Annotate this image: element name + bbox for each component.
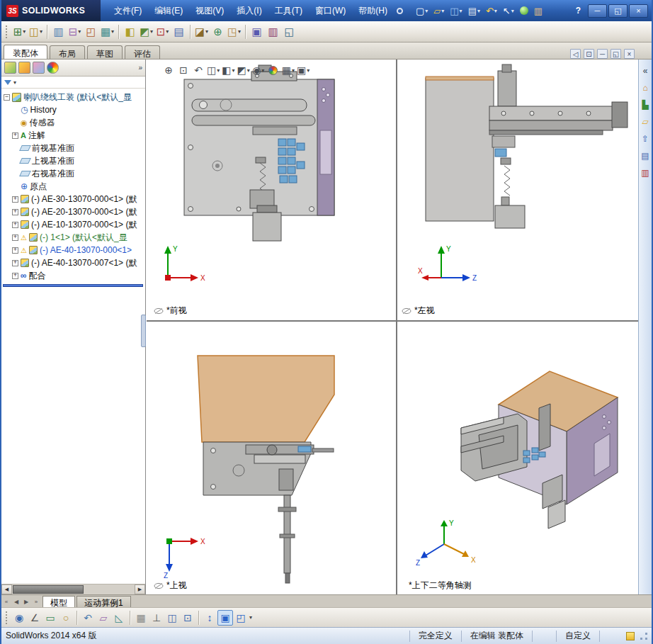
menu-edit[interactable]: 编辑(E): [148, 1, 189, 21]
viewport-horizontal-splitter[interactable]: [147, 320, 638, 322]
parallelogram-tool-button[interactable]: ▱: [96, 610, 111, 626]
motion-study-button[interactable]: ▤: [171, 23, 187, 40]
tab-evaluate[interactable]: 评估: [125, 45, 160, 59]
previous-tab-button[interactable]: ◀: [11, 596, 21, 607]
undo-button[interactable]: ↶▾: [483, 3, 500, 18]
reference-geometry-button[interactable]: ⊡▾: [154, 23, 171, 40]
doc-minimize-button[interactable]: ─: [597, 49, 608, 59]
hide-show-items-button[interactable]: ◉▾: [252, 63, 265, 77]
fit-height-button[interactable]: ↕: [202, 610, 217, 626]
mate-button[interactable]: ▥: [50, 23, 67, 40]
tree-item-root[interactable]: − 喇叭绕线工装 (默认<默认_显: [1, 91, 145, 103]
smart-fasteners-button[interactable]: ◰: [83, 23, 99, 40]
edit-appearance-button[interactable]: [267, 63, 280, 77]
tree-item-right-plane[interactable]: 右视基准面: [1, 167, 145, 180]
tree-item-ae-40-13070-007[interactable]: + (-) AE-40-13070-007<1> (默: [1, 256, 145, 269]
graphics-area[interactable]: ⊕ ⊡ ↶ ◫▾ ◧▾ ◩▾ ◉▾ ▦▾ ▣▾: [147, 60, 638, 594]
rollback-bar[interactable]: [3, 284, 143, 287]
configuration-manager-tab-icon[interactable]: [33, 62, 45, 74]
tag-icon[interactable]: [626, 632, 635, 640]
undo-view-button[interactable]: ↶: [80, 610, 96, 626]
expand-icon[interactable]: +: [12, 209, 18, 215]
resize-grip[interactable]: [640, 633, 647, 640]
tree-item-ae-10-13070-000[interactable]: + (-) AE-10-13070-000<1> (默: [1, 218, 145, 231]
view-palette-icon[interactable]: ⇧: [640, 132, 652, 145]
display-style-button[interactable]: ◩▾: [237, 63, 250, 77]
tree-item-1[interactable]: + ⚠ (-) 1<1> (默认<默认_显: [1, 231, 145, 244]
collapse-task-pane-icon[interactable]: «: [640, 64, 652, 77]
insert-components-button[interactable]: ◫▾: [28, 23, 44, 40]
expand-icon[interactable]: +: [12, 196, 18, 203]
exploded-view-button[interactable]: ⊕: [210, 23, 226, 40]
tree-item-sensors[interactable]: ◉ 传感器: [1, 116, 145, 129]
view-settings-button[interactable]: ▣▾: [297, 63, 310, 77]
assembly-features-button[interactable]: ◩▾: [138, 23, 154, 40]
select-filter-button[interactable]: ◉: [11, 610, 27, 626]
section-view-button[interactable]: ◫▾: [207, 63, 220, 77]
doc-restore-button[interactable]: ◱: [611, 49, 621, 59]
maximize-button[interactable]: ◱: [608, 4, 628, 18]
angle-snap-button[interactable]: ∠: [27, 610, 42, 626]
tree-item-front-plane[interactable]: 前视基准面: [1, 142, 145, 154]
new-document-button[interactable]: ▢▾: [413, 3, 431, 18]
measure-button[interactable]: ▥: [265, 23, 281, 40]
doc-pane-button[interactable]: ⊡: [584, 49, 594, 59]
doc-close-button[interactable]: ×: [624, 49, 635, 59]
tab-layout[interactable]: 布局: [50, 45, 85, 59]
tab-model[interactable]: 模型: [42, 596, 75, 607]
first-tab-button[interactable]: «: [1, 596, 11, 607]
appearances-scenes-icon[interactable]: ▤: [640, 149, 652, 162]
circle-tool-button[interactable]: ○: [58, 610, 74, 626]
panel-overflow-chevron-icon[interactable]: »: [138, 64, 142, 72]
print-button[interactable]: ▤▾: [465, 3, 483, 18]
section-window-button[interactable]: ◫: [164, 610, 180, 626]
tree-item-top-plane[interactable]: 上视基准面: [1, 154, 145, 167]
tab-sketch[interactable]: 草图: [87, 45, 123, 59]
toolbar-overflow-icon[interactable]: ▾: [249, 614, 252, 621]
scroll-left-arrow[interactable]: ◀: [1, 584, 12, 594]
zoom-window-button[interactable]: ⊡: [180, 610, 195, 626]
menu-pin-icon[interactable]: [397, 8, 403, 14]
help-button[interactable]: ?: [570, 6, 586, 16]
collapse-icon[interactable]: −: [4, 94, 10, 101]
interference-detection-button[interactable]: ▣: [249, 23, 265, 40]
rebuild-button[interactable]: [517, 3, 531, 18]
view-orientation-button[interactable]: ◧▾: [222, 63, 234, 77]
viewport-vertical-splitter[interactable]: [396, 60, 397, 594]
rectangle-tool-button[interactable]: ▭: [42, 610, 58, 626]
custom-dropdown[interactable]: 自定义: [556, 631, 599, 642]
select-button[interactable]: ↖▾: [500, 3, 517, 18]
scrollbar-thumb[interactable]: [13, 585, 84, 594]
last-tab-button[interactable]: »: [31, 596, 41, 607]
menu-help[interactable]: 帮助(H): [352, 1, 394, 21]
bill-of-materials-button[interactable]: ◪▾: [193, 23, 210, 40]
menu-insert[interactable]: 插入(I): [230, 1, 268, 21]
tree-item-origin[interactable]: ⊕ 原点: [1, 180, 145, 193]
apply-scene-button[interactable]: ▦▾: [282, 63, 295, 77]
expand-icon[interactable]: +: [12, 247, 18, 254]
viewport-left[interactable]: Y X Z *左视: [397, 60, 638, 320]
minimize-button[interactable]: ─: [588, 4, 607, 18]
next-tab-button[interactable]: ▶: [21, 596, 31, 607]
menu-tools[interactable]: 工具(T): [268, 1, 309, 21]
tab-assembly[interactable]: 装配体: [4, 45, 47, 59]
open-button[interactable]: ▱▾: [431, 3, 447, 18]
scroll-right-arrow[interactable]: ▶: [135, 584, 145, 594]
menu-view[interactable]: 视图(V): [189, 1, 230, 21]
tree-item-ae-30-13070-000[interactable]: + (-) AE-30-13070-000<1> (默: [1, 193, 145, 205]
options-button[interactable]: ▥: [531, 3, 545, 18]
expand-icon[interactable]: +: [12, 235, 18, 241]
menu-window[interactable]: 窗口(W): [309, 1, 352, 21]
expand-icon[interactable]: +: [12, 132, 18, 139]
show-hidden-components-button[interactable]: ◧: [122, 23, 138, 40]
viewport-layout-button[interactable]: ▣: [217, 610, 233, 626]
save-view-button[interactable]: ◰: [233, 610, 249, 626]
feature-tree-tab-icon[interactable]: [4, 62, 16, 74]
toolbar-grip[interactable]: [6, 26, 8, 38]
move-component-button[interactable]: ▦▾: [99, 23, 115, 40]
design-library-icon[interactable]: ▙: [640, 98, 652, 111]
perpendicular-snap-button[interactable]: ⊥: [149, 610, 164, 626]
tree-item-mates[interactable]: + ∞ 配合: [1, 269, 145, 282]
viewport-isometric[interactable]: Y Z X *上下二等角轴测: [397, 322, 638, 594]
tree-item-ae-20-13070-000[interactable]: + (-) AE-20-13070-000<1> (默: [1, 205, 145, 218]
